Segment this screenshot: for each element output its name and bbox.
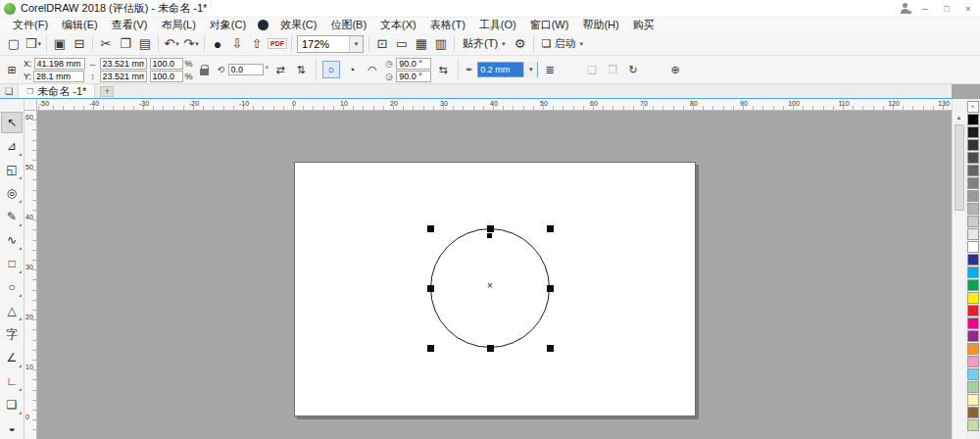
dimension-tool[interactable]: ∠	[1, 347, 23, 368]
selection-handle-top-left[interactable]	[427, 225, 434, 232]
maximize-button[interactable]: □	[939, 4, 955, 14]
vertical-scrollbar[interactable]: ▲	[952, 99, 965, 439]
color-swatch-light-green[interactable]	[967, 419, 979, 431]
selection-handle-middle-left[interactable]	[427, 285, 434, 292]
redo-button[interactable]: ↷▾	[181, 34, 201, 54]
menu-item-4[interactable]: 对象(C)	[203, 18, 253, 32]
document-home-icon[interactable]: ❑	[0, 86, 18, 96]
crop-tool[interactable]: ◱	[1, 159, 23, 180]
dropdown-arrow-icon[interactable]: ▾	[38, 40, 42, 48]
arc-mode-button[interactable]: ◠	[364, 61, 381, 78]
show-guidelines-button[interactable]: ▥	[431, 34, 451, 54]
outline-width-combo[interactable]: ▾	[477, 62, 538, 77]
y-position-input[interactable]	[33, 71, 84, 82]
scale-y-input[interactable]	[150, 71, 183, 82]
zoom-level-combo[interactable]: ▾	[297, 35, 364, 53]
save-button[interactable]: ▣	[50, 34, 70, 54]
color-swatch-70-black[interactable]	[967, 152, 979, 164]
options-button[interactable]: ⚙	[511, 34, 530, 54]
menu-item-10[interactable]: 窗口(W)	[523, 18, 576, 32]
copy-button[interactable]: ❐	[116, 34, 135, 54]
color-swatch-green[interactable]	[967, 279, 979, 291]
color-swatch-white[interactable]	[967, 241, 979, 253]
lock-ratio-button[interactable]	[196, 61, 214, 78]
start-angle-input[interactable]	[396, 58, 431, 70]
color-swatch-no-color[interactable]: ×	[967, 101, 979, 113]
color-swatch-black[interactable]	[967, 114, 979, 125]
full-screen-preview-button[interactable]: ⊡	[372, 34, 392, 54]
object-position-button[interactable]: ⊞	[3, 61, 21, 78]
color-swatch-60-black[interactable]	[967, 165, 979, 176]
launch-dropdown[interactable]: ❏启动▾	[537, 34, 588, 54]
menu-item-8[interactable]: 表格(T)	[423, 18, 472, 32]
scale-x-input[interactable]	[150, 58, 183, 70]
horizontal-ruler[interactable]: -50-40-30-20-100102030405060708090100110…	[37, 99, 952, 111]
new-document-button[interactable]: ▢	[4, 34, 24, 54]
menu-item-1[interactable]: 编辑(E)	[55, 18, 105, 32]
close-button[interactable]: ×	[960, 4, 976, 14]
snap-to-dropdown[interactable]: 贴齐(T)▾	[458, 34, 511, 54]
vertical-ruler[interactable]: 6050403020100	[24, 111, 37, 439]
color-swatch-baby-blue[interactable]	[967, 368, 979, 380]
menu-item-12[interactable]: 购买	[626, 18, 662, 32]
end-angle-input[interactable]	[396, 71, 431, 82]
color-swatch-pink[interactable]	[967, 356, 979, 367]
text-tool[interactable]: 字	[1, 323, 23, 345]
paste-button[interactable]: ▤	[135, 34, 155, 54]
menu-item-3[interactable]: 布局(L)	[154, 18, 202, 32]
color-swatch-blue[interactable]	[967, 254, 979, 266]
color-swatch-yellow[interactable]	[967, 292, 979, 304]
outline-width-dropdown-icon[interactable]: ▾	[523, 62, 537, 77]
color-swatch-cyan[interactable]	[967, 267, 979, 278]
selection-handle-bottom-left[interactable]	[427, 345, 434, 352]
dropdown-arrow-icon[interactable]: ▾	[175, 40, 179, 48]
color-swatch-light-yellow[interactable]	[967, 394, 979, 406]
color-swatch-orange[interactable]	[967, 343, 979, 355]
open-button[interactable]: ❒▾	[24, 34, 43, 54]
color-swatch-red[interactable]	[967, 305, 979, 317]
rotation-angle-input[interactable]	[228, 64, 264, 75]
menu-item-0[interactable]: 文件(F)	[6, 18, 55, 32]
menu-item-9[interactable]: 工具(O)	[472, 18, 523, 32]
artistic-media-tool[interactable]: ∿	[1, 229, 23, 251]
color-swatch-80-black[interactable]	[967, 139, 979, 151]
color-swatch-brown[interactable]	[967, 407, 979, 418]
quick-customize-button[interactable]: ⊕	[666, 61, 684, 78]
color-swatch-10-black[interactable]	[967, 228, 979, 240]
object-center-mark[interactable]: ×	[484, 281, 496, 291]
color-swatch-mint-green[interactable]	[967, 381, 979, 393]
publish-pdf-button[interactable]: PDF	[267, 34, 288, 54]
export-button[interactable]: ⇧	[247, 34, 267, 54]
print-button[interactable]: ⊟	[70, 34, 89, 54]
outline-width-input[interactable]	[478, 63, 523, 76]
ellipse-mode-button[interactable]: ○	[322, 61, 340, 78]
zoom-level-input[interactable]	[298, 36, 349, 52]
object-width-input[interactable]	[100, 58, 147, 70]
search-content-button[interactable]: ●	[208, 34, 227, 54]
import-button[interactable]: ⇩	[227, 34, 247, 54]
scroll-up-icon[interactable]: ▲	[953, 111, 965, 124]
menu-item-11[interactable]: 帮助(H)	[575, 18, 625, 32]
undo-button[interactable]: ↶▾	[162, 34, 181, 54]
color-swatch-20-black[interactable]	[967, 216, 979, 227]
menu-item-7[interactable]: 文本(X)	[373, 18, 423, 32]
minimize-button[interactable]: –	[917, 4, 933, 14]
pick-tool[interactable]: ↖	[1, 112, 23, 133]
selection-handle-middle-right[interactable]	[547, 285, 554, 292]
selection-handle-top-middle[interactable]	[487, 225, 494, 232]
ellipse-tool[interactable]: ○	[1, 276, 23, 298]
ellipse-node[interactable]	[487, 233, 492, 238]
freehand-tool[interactable]: ✎	[1, 206, 23, 227]
selection-handle-bottom-middle[interactable]	[487, 345, 494, 352]
menu-item-5[interactable]: 效果(C)	[273, 18, 323, 32]
x-position-input[interactable]	[34, 58, 85, 70]
show-rulers-button[interactable]: ▭	[392, 34, 412, 54]
show-grid-button[interactable]: ▦	[412, 34, 431, 54]
user-account-icon[interactable]	[899, 2, 911, 15]
pie-mode-button[interactable]: ◔	[343, 61, 361, 78]
wrap-text-button[interactable]: ≣	[541, 61, 559, 78]
dropdown-arrow-icon[interactable]: ▾	[195, 40, 199, 48]
selection-handle-top-right[interactable]	[547, 225, 554, 232]
menu-item-2[interactable]: 查看(V)	[105, 18, 155, 32]
shape-tool[interactable]: ⊿	[1, 135, 23, 157]
